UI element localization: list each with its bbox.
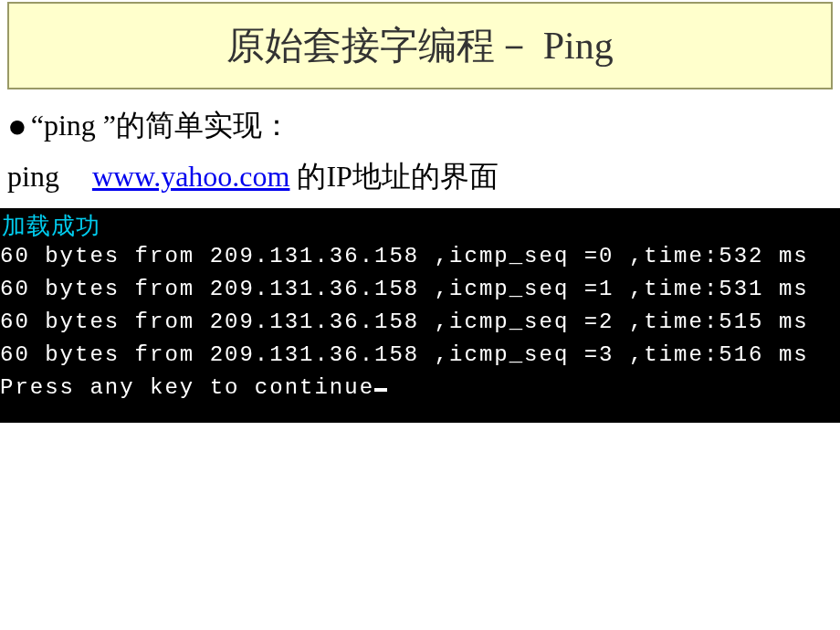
bullet-text: “ping ”的简单实现： [31, 106, 291, 146]
slide-title: 原始套接字编程－ Ping [27, 20, 813, 71]
ping-description-line: ping www.yahoo.com 的IP地址的界面 [7, 157, 833, 197]
terminal-line: 60 bytes from 209.131.36.158 ,icmp_seq =… [0, 306, 840, 339]
slide-content: ● “ping ”的简单实现： ping www.yahoo.com 的IP地址… [0, 97, 840, 197]
cursor-icon [374, 388, 387, 392]
yahoo-link[interactable]: www.yahoo.com [92, 160, 290, 193]
terminal-line: 60 bytes from 209.131.36.158 ,icmp_seq =… [0, 339, 840, 372]
bullet-icon: ● [7, 107, 27, 145]
slide-title-box: 原始套接字编程－ Ping [7, 2, 833, 89]
bullet-line: ● “ping ”的简单实现： [7, 106, 833, 146]
terminal-line: 60 bytes from 209.131.36.158 ,icmp_seq =… [0, 240, 840, 273]
terminal-status: 加载成功 [0, 212, 840, 240]
ping-prefix: ping [7, 160, 59, 193]
terminal-prompt: Press any key to continue [0, 372, 840, 404]
terminal-output: 加载成功 60 bytes from 209.131.36.158 ,icmp_… [0, 208, 840, 423]
ping-suffix: 的IP地址的界面 [297, 160, 498, 193]
terminal-line: 60 bytes from 209.131.36.158 ,icmp_seq =… [0, 273, 840, 306]
